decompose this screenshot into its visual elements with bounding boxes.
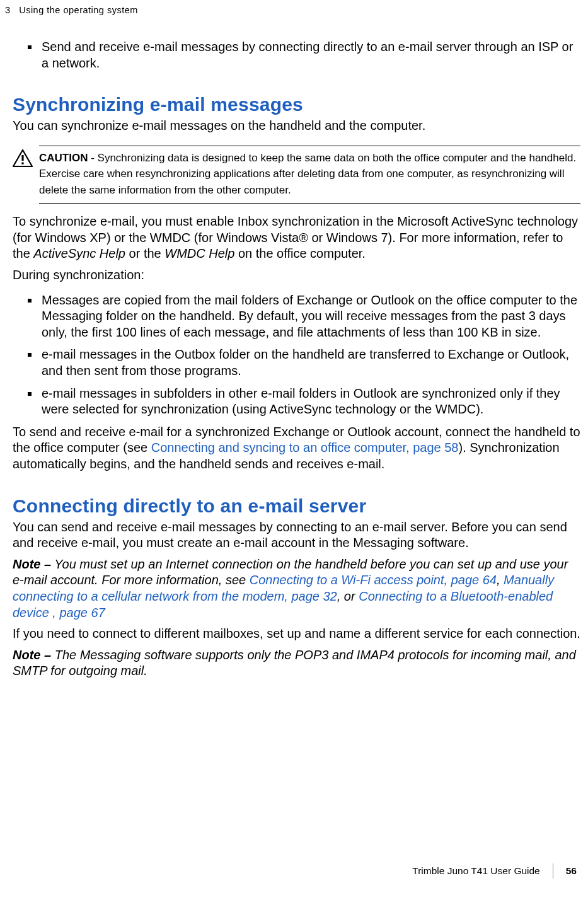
svg-rect-1 — [21, 155, 23, 161]
heading-synchronizing: Synchronizing e-mail messages — [13, 94, 580, 115]
note-internet-connection: Note – You must set up an Internet conne… — [13, 557, 580, 621]
footer-page-number: 56 — [566, 865, 577, 877]
link-wifi-access-point[interactable]: Connecting to a Wi-Fi access point, page… — [250, 573, 497, 587]
caution-text: CAUTION - Synchronizing data is designed… — [39, 150, 580, 199]
page: 3 Using the operating system Send and re… — [0, 0, 588, 900]
list-item: e-mail messages in subfolders in other e… — [42, 386, 580, 418]
list-item: Send and receive e-mail messages by conn… — [42, 39, 580, 71]
link-connecting-syncing[interactable]: Connecting and syncing to an office comp… — [151, 441, 459, 454]
note-protocols: Note – The Messaging software supports o… — [13, 647, 580, 679]
list-item: e-mail messages in the Outbox folder on … — [42, 347, 580, 379]
sync-intro-para: You can synchronize e-mail messages on t… — [13, 118, 580, 134]
note-label: Note – — [13, 648, 51, 662]
chapter-title: Using the operating system — [19, 5, 138, 15]
conn-intro-para: You can send and receive e-mail messages… — [13, 519, 580, 551]
heading-connecting-directly: Connecting directly to an e-mail server — [13, 495, 580, 517]
intro-bullet-text: Send and receive e-mail messages by conn… — [42, 40, 573, 70]
warning-triangle-icon — [13, 149, 33, 170]
wmdc-help-em: WMDC Help — [164, 246, 234, 260]
intro-list: Send and receive e-mail messages by conn… — [13, 39, 580, 71]
sync-para-send-receive: To send and receive e-mail for a synchro… — [13, 424, 580, 473]
caution-block: CAUTION - Synchronizing data is designed… — [13, 146, 580, 204]
page-footer: Trimble Juno T41 User Guide 56 — [412, 863, 577, 879]
footer-guide-title: Trimble Juno T41 User Guide — [412, 865, 539, 877]
activesync-help-em: ActiveSync Help — [33, 246, 125, 260]
svg-rect-2 — [21, 162, 23, 164]
running-header: 3 Using the operating system — [5, 5, 138, 15]
during-sync-para: During synchronization: — [13, 267, 580, 284]
chapter-number: 3 — [5, 5, 11, 15]
body-content: Send and receive e-mail messages by conn… — [13, 39, 580, 679]
sync-bullet-list: Messages are copied from the mail folder… — [13, 292, 580, 418]
footer-separator — [553, 863, 553, 879]
caution-body: Synchronizing data is designed to keep t… — [39, 152, 576, 196]
list-item: Messages are copied from the mail folder… — [42, 292, 580, 341]
sync-para-activesync: To synchronize e-mail, you must enable I… — [13, 214, 580, 262]
note-label: Note – — [13, 557, 51, 571]
conn-mailboxes-para: If you need to connect to different mail… — [13, 626, 580, 642]
caution-label: CAUTION — [39, 152, 88, 164]
